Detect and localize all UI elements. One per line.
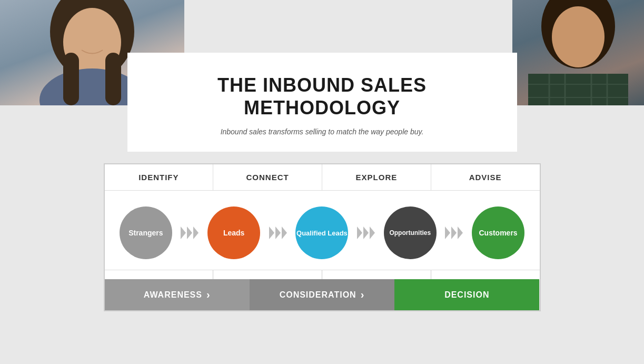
phase-explore: EXPLORE bbox=[322, 164, 431, 190]
arrow-4 bbox=[445, 227, 463, 239]
circle-customers: Customers bbox=[472, 206, 524, 259]
phase-connect: CONNECT bbox=[213, 164, 322, 190]
arrow-consideration: › bbox=[361, 289, 365, 301]
stages-bar: AWARENESS › CONSIDERATION › DECISION bbox=[104, 279, 541, 311]
arrow-awareness: › bbox=[206, 289, 211, 301]
circle-leads: Leads bbox=[207, 206, 260, 259]
stage-consideration: CONSIDERATION › bbox=[250, 279, 394, 310]
svg-point-6 bbox=[552, 6, 605, 67]
page-title: THE INBOUND SALES METHODOLOGY bbox=[154, 74, 491, 119]
circle-strangers: Strangers bbox=[120, 206, 172, 259]
svg-rect-7 bbox=[528, 74, 628, 105]
stage-decision: DECISION bbox=[394, 279, 539, 310]
photo-right bbox=[512, 0, 644, 105]
phase-labels-row: IDENTIFY CONNECT EXPLORE ADVISE bbox=[105, 164, 540, 191]
arrow-1 bbox=[181, 227, 199, 239]
subtitle-text: Inbound sales transforms selling to matc… bbox=[154, 127, 491, 136]
title-card: THE INBOUND SALES METHODOLOGY Inbound sa… bbox=[127, 53, 517, 152]
stage-awareness: AWARENESS › bbox=[105, 279, 250, 310]
svg-rect-3 bbox=[63, 53, 79, 105]
circles-row: Strangers Leads Qualified Leads bbox=[105, 191, 540, 270]
circle-qualified-leads: Qualified Leads bbox=[295, 206, 348, 259]
circle-opportunities: Opportunities bbox=[384, 206, 437, 259]
methodology-diagram: IDENTIFY CONNECT EXPLORE ADVISE Stranger… bbox=[104, 163, 541, 280]
svg-rect-4 bbox=[105, 53, 121, 105]
phase-identify: IDENTIFY bbox=[105, 164, 214, 190]
phase-advise: ADVISE bbox=[431, 164, 540, 190]
arrow-2 bbox=[269, 227, 287, 239]
arrow-3 bbox=[357, 227, 375, 239]
